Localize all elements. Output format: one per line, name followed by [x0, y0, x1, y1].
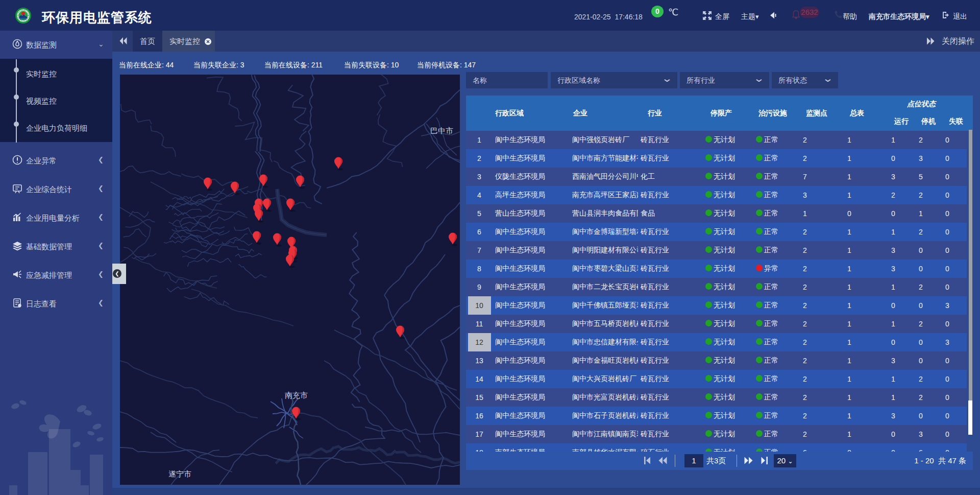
svg-text:南充市: 南充市	[285, 391, 308, 399]
svg-text:遂宁市: 遂宁市	[168, 469, 191, 478]
svg-text:巴中市: 巴中市	[430, 126, 453, 135]
